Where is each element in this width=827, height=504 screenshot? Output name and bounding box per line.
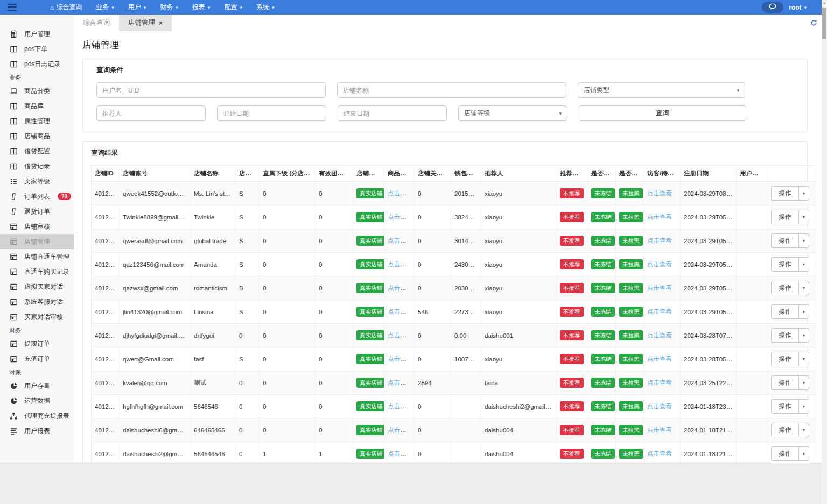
tab-shop-management[interactable]: 店铺管理 × <box>119 15 172 31</box>
end-date-input[interactable] <box>338 105 447 121</box>
sidebar-item[interactable]: 充值订单 <box>0 351 74 366</box>
view-link[interactable]: 点击查看 <box>388 190 412 196</box>
username-uid-input[interactable] <box>96 82 326 98</box>
sidebar-item[interactable]: 用户存量 <box>0 378 74 393</box>
view-link[interactable]: 点击查看 <box>388 237 412 244</box>
action-button[interactable]: 操作▾ <box>771 233 809 248</box>
referrer-input[interactable] <box>96 105 206 121</box>
action-dropdown-toggle[interactable]: ▾ <box>798 423 809 437</box>
action-dropdown-toggle[interactable]: ▾ <box>798 352 809 366</box>
action-button-label: 操作 <box>772 210 798 224</box>
sidebar-item[interactable]: 用户管理 <box>0 26 74 41</box>
view-link[interactable]: 点击查看 <box>647 308 672 315</box>
sidebar-item[interactable]: 店铺管理 <box>0 234 74 249</box>
action-dropdown-toggle[interactable]: ▾ <box>798 281 809 295</box>
action-dropdown-toggle[interactable]: ▾ <box>798 376 809 389</box>
chat-button[interactable] <box>762 2 783 13</box>
sidebar-item[interactable]: 退货订单 <box>0 204 74 219</box>
user-menu[interactable]: root ▾ <box>789 4 807 11</box>
action-button[interactable]: 操作▾ <box>771 328 809 343</box>
sidebar-item[interactable]: 代理商充提报表 <box>0 408 74 423</box>
action-button[interactable]: 操作▾ <box>771 423 809 437</box>
nav-item-7[interactable]: 系统▾ <box>249 0 282 15</box>
sidebar-item[interactable]: 商品库 <box>0 98 74 113</box>
action-dropdown-toggle[interactable]: ▾ <box>798 447 809 460</box>
sidebar-item[interactable]: 虚拟买家对话 <box>0 279 74 294</box>
action-button[interactable]: 操作▾ <box>771 399 809 414</box>
sidebar-item[interactable]: 店铺商品 <box>0 129 74 144</box>
col-header-goods-count: 商品数量 <box>384 166 415 182</box>
tab-overview[interactable]: 综合查询 <box>74 15 119 31</box>
view-link[interactable]: 点击查看 <box>647 356 672 362</box>
action-button[interactable]: 操作▾ <box>771 257 809 272</box>
view-link[interactable]: 点击查看 <box>647 285 672 291</box>
view-link[interactable]: 点击查看 <box>647 214 672 220</box>
view-link[interactable]: 点击查看 <box>388 450 412 457</box>
sidebar-item[interactable]: 属性管理 <box>0 113 74 129</box>
action-dropdown-toggle[interactable]: ▾ <box>798 305 809 318</box>
view-link[interactable]: 点击查看 <box>647 261 672 267</box>
sidebar-item[interactable]: 商品分类 <box>0 83 74 98</box>
sidebar-item[interactable]: 买家对话审核 <box>0 309 74 324</box>
vertical-scrollbar[interactable]: ▲ <box>822 0 827 504</box>
view-link[interactable]: 点击查看 <box>647 237 672 244</box>
action-dropdown-toggle[interactable]: ▾ <box>798 210 809 224</box>
view-link[interactable]: 点击查看 <box>388 308 412 315</box>
sidebar-item[interactable]: 提现订单 <box>0 336 74 351</box>
sidebar-item[interactable]: 订单列表70 <box>0 189 74 204</box>
sidebar-item[interactable]: 卖家等级 <box>0 174 74 189</box>
sidebar-item[interactable]: 系统客服对话 <box>0 294 74 309</box>
nav-item-5[interactable]: 报表▾ <box>185 0 218 15</box>
action-button[interactable]: 操作▾ <box>771 375 809 390</box>
nav-item-6[interactable]: 配置▾ <box>217 0 249 15</box>
scrollbar-thumb[interactable] <box>822 8 826 39</box>
shop-type-select[interactable]: 店铺类型 ▾ <box>578 82 745 98</box>
view-link[interactable]: 点击查看 <box>647 450 672 457</box>
nav-item-1[interactable]: ⌂综合查询 <box>43 0 89 15</box>
view-link[interactable]: 点击查看 <box>388 379 412 386</box>
shop-level-select[interactable]: 店铺等级 ▾ <box>458 105 567 121</box>
action-button[interactable]: 操作▾ <box>771 352 809 366</box>
action-button[interactable]: 操作▾ <box>771 281 809 295</box>
action-dropdown-toggle[interactable]: ▾ <box>798 187 809 200</box>
view-link[interactable]: 点击查看 <box>388 356 412 362</box>
view-link[interactable]: 点击查看 <box>647 332 672 338</box>
close-icon[interactable]: × <box>159 19 163 27</box>
view-link[interactable]: 点击查看 <box>647 379 672 386</box>
action-dropdown-toggle[interactable]: ▾ <box>798 329 809 342</box>
view-link[interactable]: 点击查看 <box>647 403 672 409</box>
nav-item-3[interactable]: 用户▾ <box>121 0 153 15</box>
shop-name-input[interactable] <box>337 82 566 98</box>
action-button[interactable]: 操作▾ <box>771 210 809 224</box>
view-link[interactable]: 点击查看 <box>388 403 412 409</box>
action-dropdown-toggle[interactable]: ▾ <box>798 234 809 247</box>
action-dropdown-toggle[interactable]: ▾ <box>798 400 809 413</box>
scroll-up-icon[interactable]: ▲ <box>822 1 827 5</box>
action-dropdown-toggle[interactable]: ▾ <box>798 258 809 271</box>
search-button[interactable]: 查询 <box>579 105 746 121</box>
view-link[interactable]: 点击查看 <box>388 285 412 291</box>
view-link[interactable]: 点击查看 <box>388 332 412 338</box>
sidebar-item[interactable]: 用户报表 <box>0 423 74 438</box>
start-date-input[interactable] <box>217 105 326 121</box>
sidebar-item[interactable]: 直通车购买记录 <box>0 264 74 279</box>
hamburger-menu-icon[interactable] <box>0 0 24 15</box>
action-button[interactable]: 操作▾ <box>771 186 809 201</box>
sidebar-item[interactable]: pos日志记录 <box>0 56 74 72</box>
view-link[interactable]: 点击查看 <box>647 190 672 196</box>
sidebar-item[interactable]: 借贷记录 <box>0 159 74 174</box>
sidebar-item[interactable]: 店铺直通车管理 <box>0 249 74 264</box>
refresh-icon[interactable] <box>810 19 817 29</box>
action-button[interactable]: 操作▾ <box>771 304 809 319</box>
view-link[interactable]: 点击查看 <box>647 427 672 433</box>
view-link[interactable]: 点击查看 <box>388 427 412 433</box>
sidebar-item[interactable]: pos下单 <box>0 41 74 56</box>
view-link[interactable]: 点击查看 <box>388 214 412 220</box>
sidebar-item[interactable]: 运营数据 <box>0 393 74 408</box>
sidebar-item[interactable]: 借贷配置 <box>0 144 74 159</box>
view-link[interactable]: 点击查看 <box>388 261 412 267</box>
nav-item-2[interactable]: 业务▾ <box>89 0 121 15</box>
sidebar-item[interactable]: 店铺审核 <box>0 219 74 234</box>
action-button[interactable]: 操作▾ <box>771 446 809 461</box>
nav-item-4[interactable]: 财务▾ <box>153 0 185 15</box>
